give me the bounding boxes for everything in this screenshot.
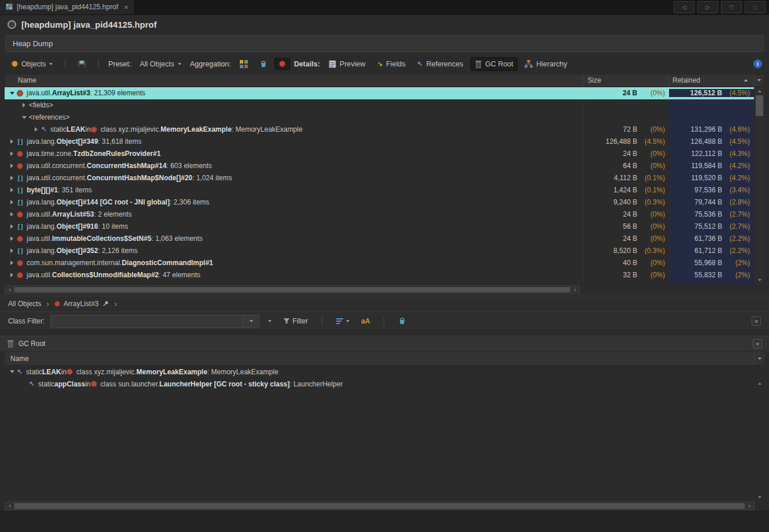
details-fields-button[interactable]: ↘ Fields: [372, 57, 410, 71]
breadcrumb-current[interactable]: ArrayList#3: [54, 300, 109, 308]
expand-toggle-icon[interactable]: [31, 127, 41, 132]
collapse-toggle-icon[interactable]: [7, 370, 17, 373]
tree-row[interactable]: ↖static LEAK in class xyz.mijaljevic.Mem…: [5, 366, 755, 378]
breadcrumb: All Objects › ArrayList#3 ›: [0, 296, 769, 312]
expand-toggle-icon[interactable]: [7, 176, 17, 180]
toolbar-separator: [98, 59, 99, 68]
expand-toggle-icon[interactable]: [7, 200, 17, 204]
breadcrumb-root[interactable]: All Objects: [8, 300, 41, 308]
heapdump-tab[interactable]: [heapdump] java_pid44125.hprof ×: [0, 0, 135, 14]
tree-row[interactable]: <references>: [5, 111, 754, 124]
scroll-up-button[interactable]: [755, 87, 764, 95]
pin-icon[interactable]: [102, 300, 109, 307]
tree-row[interactable]: java.util.Collections$UnmodifiableMap#2 …: [5, 269, 754, 281]
scroll-up-button[interactable]: [755, 380, 764, 388]
tree-row[interactable]: java.util.ArrayList#3 : 21,309 elements2…: [5, 87, 754, 99]
tree-row[interactable]: ↖static appClass in class sun.launcher.L…: [5, 378, 755, 390]
filter-type-dropdown[interactable]: [333, 316, 352, 326]
expand-toggle-icon[interactable]: [7, 273, 17, 277]
array-icon: []: [17, 223, 23, 230]
expand-toggle-icon[interactable]: [7, 139, 17, 144]
nav-back-button[interactable]: ◁: [674, 1, 694, 13]
column-header-name[interactable]: Name: [5, 75, 584, 87]
horizontal-scrollbar[interactable]: ‹ ›: [5, 285, 580, 294]
close-gc-root-panel-icon[interactable]: ×: [753, 339, 762, 348]
filter-classes-button[interactable]: [395, 315, 409, 327]
expand-toggle-icon[interactable]: [7, 163, 17, 168]
horizontal-scrollbar[interactable]: ‹ ›: [5, 501, 755, 511]
nav-dropdown-button[interactable]: ▽: [721, 1, 742, 13]
tree-row[interactable]: []java.lang.Object[]#349 : 31,618 items1…: [5, 136, 754, 148]
tree-row[interactable]: []java.lang.Object[]#916 : 10 items56 B(…: [5, 221, 754, 233]
expand-toggle-icon[interactable]: [7, 188, 17, 192]
heap-dump-section-header[interactable]: Heap Dump: [5, 35, 764, 52]
instance-icon: [66, 369, 73, 375]
details-gcroot-button[interactable]: GC Root: [470, 57, 518, 71]
expand-toggle-icon[interactable]: [7, 224, 17, 229]
tree-row[interactable]: []java.util.concurrent.ConcurrentHashMap…: [5, 172, 754, 184]
aggregation-types-button[interactable]: [235, 57, 252, 71]
expand-toggle-icon[interactable]: [7, 248, 17, 253]
close-filter-bar-icon[interactable]: ×: [752, 317, 761, 326]
filter-history-dropdown[interactable]: [265, 318, 274, 324]
column-chooser-button[interactable]: [753, 75, 764, 87]
tree-row[interactable]: []java.lang.Object[]#352 : 2,126 items8,…: [5, 245, 754, 257]
expand-toggle-icon[interactable]: [7, 151, 17, 156]
scrollbar-thumb[interactable]: [14, 503, 745, 509]
class-filter-combobox: [50, 315, 259, 328]
vertical-scrollbar[interactable]: [755, 366, 764, 501]
scroll-down-button[interactable]: [755, 493, 764, 501]
match-case-toggle[interactable]: aA: [358, 315, 373, 327]
nav-forward-button[interactable]: ▷: [697, 1, 718, 13]
collapse-toggle-icon[interactable]: [7, 92, 17, 95]
class-filter-input[interactable]: [51, 315, 243, 328]
tree-row[interactable]: ↖static LEAK in class xyz.mijaljevic.Mem…: [5, 124, 754, 136]
scrollbar-thumb[interactable]: [14, 287, 570, 292]
snapshot-save-button[interactable]: [73, 57, 91, 71]
scroll-right-button[interactable]: ›: [570, 287, 579, 293]
details-references-button[interactable]: ↖ References: [413, 57, 468, 71]
gc-root-tree-panel: ↖static LEAK in class xyz.mijaljevic.Mem…: [5, 366, 764, 501]
expand-toggle-icon[interactable]: [19, 103, 29, 107]
expand-toggle-icon[interactable]: [7, 212, 17, 217]
tree-row[interactable]: []byte[][]#1 : 351 items1,424 B(0.1%)97,…: [5, 184, 754, 196]
collapse-toggle-icon[interactable]: [19, 116, 29, 119]
tree-row[interactable]: <fields>: [5, 99, 754, 111]
scrollbar-thumb[interactable]: [756, 95, 763, 116]
filter-label: Filter: [292, 317, 308, 325]
expand-toggle-icon[interactable]: [7, 261, 17, 265]
vertical-scrollbar[interactable]: [754, 87, 764, 284]
instance-icon: [17, 151, 23, 157]
scroll-right-button[interactable]: ›: [745, 503, 754, 509]
column-header-name[interactable]: Name: [5, 352, 754, 365]
chevron-down-icon: [49, 63, 53, 65]
tree-row[interactable]: java.util.concurrent.ConcurrentHashMap#1…: [5, 160, 754, 172]
tree-row[interactable]: java.util.ImmutableCollections$SetN#5 : …: [5, 233, 754, 245]
column-chooser-button[interactable]: [754, 352, 764, 365]
scroll-down-button[interactable]: [755, 276, 764, 284]
tree-row[interactable]: java.util.ArrayList#53 : 2 elements24 B(…: [5, 209, 754, 221]
column-header-size[interactable]: Size: [584, 75, 668, 87]
apply-filter-button[interactable]: Filter: [280, 315, 311, 327]
details-preview-button[interactable]: Preview: [324, 57, 370, 71]
editor-tab-bar: [heapdump] java_pid44125.hprof × ◁ ▷ ▽ □: [0, 0, 769, 15]
instance-icon: [91, 381, 97, 387]
objects-view-dropdown[interactable]: Objects: [7, 57, 57, 71]
column-header-retained[interactable]: Retained: [668, 75, 753, 87]
maximize-button[interactable]: □: [745, 1, 766, 13]
details-hierarchy-button[interactable]: Hierarchy: [520, 57, 572, 71]
aggregation-instances-toggle[interactable]: [274, 58, 290, 70]
combo-dropdown-button[interactable]: [243, 315, 259, 328]
expand-toggle-icon[interactable]: [7, 236, 17, 241]
scroll-left-button[interactable]: ‹: [5, 503, 14, 509]
scroll-left-button[interactable]: ‹: [5, 287, 14, 293]
aggregation-classes-button[interactable]: [255, 57, 272, 71]
size-cell: 40 B(0%): [584, 259, 669, 267]
retained-cell: 122,112 B(4.3%): [669, 150, 754, 158]
tree-row[interactable]: java.time.zone.TzdbZoneRulesProvider#124…: [5, 148, 754, 160]
tree-row[interactable]: []java.lang.Object[]#144 [GC root - JNI …: [5, 196, 754, 209]
tab-close-icon[interactable]: ×: [124, 3, 128, 11]
info-icon[interactable]: i: [753, 59, 762, 68]
preset-dropdown[interactable]: All Objects: [135, 57, 186, 71]
tree-row[interactable]: com.sun.management.internal.DiagnosticCo…: [5, 257, 754, 269]
